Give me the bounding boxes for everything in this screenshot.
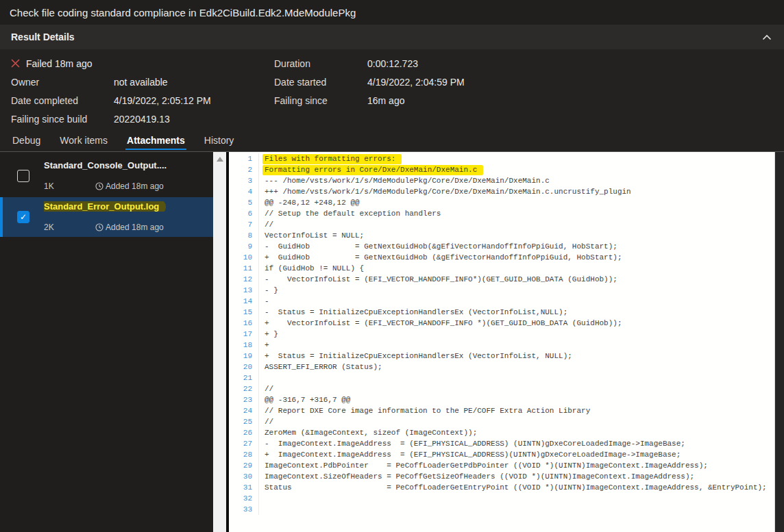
log-line-number: 7 (229, 219, 259, 230)
detail-field-row: Duration0:00:12.723 (274, 54, 658, 73)
log-line: 28+ ImageContext.ImageAddress = (EFI_PHY… (229, 449, 774, 460)
log-line-number: 30 (229, 471, 259, 482)
detail-field-row: Failing since16m ago (274, 91, 658, 110)
log-line: 17+ } (229, 329, 774, 340)
log-line-text: Files with formatting errors: (259, 153, 402, 164)
log-line-text (259, 493, 265, 504)
tab-history[interactable]: History (203, 134, 236, 150)
log-line-number: 17 (229, 329, 259, 340)
log-line-text: Formatting errors in Core/Dxe/DxeMain/Dx… (259, 164, 483, 175)
window-title-bar: Check file coding standard compliance in… (0, 0, 784, 25)
detail-field-row: Failing since build20220419.13 (11, 110, 274, 128)
log-line-text: Status = PeCoffLoaderGetEntryPoint ((VOI… (259, 482, 767, 493)
chevron-up-icon[interactable] (762, 34, 772, 40)
log-line-number: 25 (229, 416, 259, 427)
log-line: 12- VectorInfoList = (EFI_VECTOR_HANDOFF… (229, 274, 774, 285)
log-line-number: 5 (229, 197, 259, 208)
detail-field-label: Failing since (274, 95, 367, 106)
attachment-added-text: Added 18m ago (106, 223, 164, 232)
log-line-text: + (259, 340, 269, 351)
tab-work-items[interactable]: Work items (58, 134, 109, 150)
log-line: 31Status = PeCoffLoaderGetEntryPoint ((V… (229, 482, 774, 493)
log-line-number: 28 (229, 449, 259, 460)
detail-field-value: 4/19/2022, 2:05:12 PM (114, 95, 211, 106)
log-line-text: ASSERT_EFI_ERROR (Status); (259, 362, 382, 372)
result-details-panel: Failed 18m ago Ownernot availableDate co… (0, 49, 784, 134)
attachment-name[interactable]: Standard_Console_Output.... (44, 160, 208, 170)
details-right-column: Duration0:00:12.723Date started4/19/2022… (274, 54, 658, 134)
attachment-checkbox[interactable] (17, 170, 29, 182)
log-line-number: 24 (229, 405, 259, 416)
log-scrollbar[interactable] (213, 152, 226, 532)
right-edge-gutter (774, 152, 784, 532)
attachment-checkbox-cell (3, 156, 44, 196)
log-line-text: ImageContext.PdbPointer = PeCoffLoaderGe… (259, 460, 708, 471)
attachment-size: 2K (44, 223, 95, 232)
attachment-row[interactable]: Standard_Console_Output....1KAdded 18m a… (0, 156, 213, 196)
log-line: 22// (229, 383, 774, 394)
attachment-added: Added 18m ago (95, 223, 164, 232)
status-text: Failed 18m ago (26, 58, 93, 69)
log-line: 11if (GuidHob != NULL) { (229, 263, 774, 274)
detail-field-label: Duration (274, 58, 367, 69)
log-line-number: 31 (229, 482, 259, 493)
log-highlighted-text: Files with formatting errors: (262, 154, 402, 164)
log-line: 1Files with formatting errors: (229, 153, 774, 164)
log-line-text: // (259, 383, 273, 394)
log-line-number: 11 (229, 263, 259, 274)
log-line: 13- } (229, 285, 774, 296)
attachment-info: Standard_Console_Output....1KAdded 18m a… (44, 156, 213, 196)
detail-field-value: 0:00:12.723 (367, 58, 418, 69)
log-line-text: + Status = InitializeCpuExceptionHandler… (259, 351, 572, 362)
tab-debug[interactable]: Debug (11, 134, 42, 150)
log-line-number: 29 (229, 460, 259, 471)
log-line-number: 21 (229, 372, 259, 383)
log-line-number: 27 (229, 438, 259, 449)
log-line-text: - VectorInfoList = (EFI_VECTOR_HANDOFF_I… (259, 274, 617, 285)
log-line-number: 12 (229, 274, 259, 285)
test-result-panel: Check file coding standard compliance in… (0, 0, 784, 532)
log-viewer[interactable]: 1Files with formatting errors:2Formattin… (229, 152, 774, 532)
log-line-number: 10 (229, 252, 259, 263)
attachment-added-text: Added 18m ago (106, 181, 164, 191)
log-line-text: // (259, 219, 273, 230)
log-line-text: - ImageContext.ImageAddress = (EFI_PHYSI… (259, 438, 685, 449)
log-line-number: 14 (229, 296, 259, 307)
attachments-content: Standard_Console_Output....1KAdded 18m a… (0, 152, 784, 532)
log-line: 20ASSERT_EFI_ERROR (Status); (229, 362, 774, 372)
log-line-number: 33 (229, 504, 259, 515)
log-line-number: 2 (229, 164, 259, 175)
log-line: 19+ Status = InitializeCpuExceptionHandl… (229, 351, 774, 362)
log-line: 16+ VectorInfoList = (EFI_VECTOR_HANDOFF… (229, 318, 774, 329)
log-line: 3--- /home/vsts/work/1/s/MdeModulePkg/Co… (229, 175, 774, 186)
log-line-text: + VectorInfoList = (EFI_VECTOR_HANDOFF_I… (259, 318, 622, 329)
log-line-text: // Report DXE Core image information to … (259, 405, 590, 416)
log-line-text: // Setup the default exception handlers (259, 208, 441, 219)
attachment-size: 1K (44, 181, 95, 191)
detail-field-value: not available (114, 77, 168, 88)
log-line: 25// (229, 416, 774, 427)
log-line: 26ZeroMem (&ImageContext, sizeof (ImageC… (229, 427, 774, 438)
result-details-header[interactable]: Result Details (0, 25, 784, 49)
log-line-text: --- /home/vsts/work/1/s/MdeModulePkg/Cor… (259, 175, 550, 186)
attachment-info: Standard_Error_Output.log2KAdded 18m ago (44, 197, 213, 237)
log-line-text: + GuidHob = GetNextGuidHob (&gEfiVectorH… (259, 252, 622, 263)
tab-attachments[interactable]: Attachments (125, 134, 186, 150)
log-line-number: 9 (229, 241, 259, 252)
log-line-number: 22 (229, 383, 259, 394)
detail-field-value: 4/19/2022, 2:04:59 PM (367, 77, 465, 88)
log-line-number: 15 (229, 307, 259, 318)
log-line-number: 4 (229, 186, 259, 197)
log-line: 14- (229, 296, 774, 307)
log-line-number: 26 (229, 427, 259, 438)
tab-bar: DebugWork itemsAttachmentsHistory (0, 134, 784, 152)
attachment-checkbox[interactable]: ✓ (17, 211, 29, 223)
log-line-text: if (GuidHob != NULL) { (259, 263, 364, 274)
log-line: 9- GuidHob = GetNextGuidHob(&gEfiVectorH… (229, 241, 774, 252)
attachment-row[interactable]: ✓Standard_Error_Output.log2KAdded 18m ag… (0, 197, 213, 237)
attachment-name[interactable]: Standard_Error_Output.log (44, 201, 208, 212)
attachment-meta: 2KAdded 18m ago (44, 223, 208, 232)
log-line-text: - } (259, 285, 278, 296)
log-line-text: VectorInfoList = NULL; (259, 230, 364, 241)
scroll-up-arrow[interactable] (217, 157, 223, 162)
